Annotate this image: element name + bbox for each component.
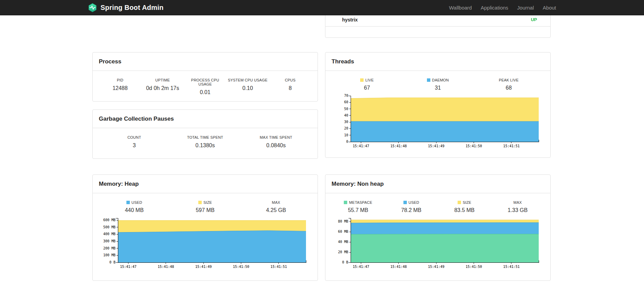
- threads-card-title: Threads: [325, 52, 550, 71]
- nav-item-about[interactable]: About: [543, 5, 556, 11]
- nav-item-wallboard[interactable]: Wallboard: [449, 5, 472, 11]
- threads-legend: LIVE 67 DAEMON 31 PEAK LIVE 68: [325, 71, 550, 91]
- memory-nonheap-card: Memory: Non heap METASPACE 55.7 MB USED …: [325, 174, 551, 281]
- metric-cpus: CPUS 8: [269, 78, 311, 95]
- svg-text:80 MB: 80 MB: [338, 219, 348, 223]
- svg-text:100 MB: 100 MB: [103, 253, 116, 257]
- metric-uptime: UPTIME 0d 0h 2m 17s: [141, 78, 184, 95]
- health-card-padding: [325, 27, 550, 37]
- process-card-title: Process: [93, 52, 318, 71]
- heap-legend: USED 440 MB SIZE 597 MB MAX 4.25 GB: [93, 193, 318, 213]
- legend-item-live: LIVE 67: [332, 78, 402, 91]
- memory-heap-card: Memory: Heap USED 440 MB SIZE 597 MB MAX…: [92, 174, 318, 281]
- svg-text:15:41:47: 15:41:47: [120, 265, 136, 269]
- svg-text:40 MB: 40 MB: [338, 240, 348, 244]
- nonheap-chart: 0 B20 MB40 MB60 MB80 MB15:41:4715:41:481…: [333, 215, 550, 272]
- svg-text:15:41:51: 15:41:51: [503, 144, 520, 148]
- legend-item-max: MAX 4.25 GB: [241, 200, 311, 213]
- svg-text:0 B: 0 B: [109, 260, 116, 264]
- svg-text:60 MB: 60 MB: [338, 230, 348, 233]
- metric-value: 0.1380s: [170, 142, 241, 149]
- navbar-inner: Spring Boot Admin Wallboard Applications…: [88, 0, 556, 15]
- metric-value: 0d 0h 2m 17s: [141, 85, 184, 91]
- svg-text:500 MB: 500 MB: [103, 225, 116, 229]
- legend-value: 4.25 GB: [241, 207, 311, 213]
- legend-value: 67: [332, 85, 402, 91]
- live-swatch-icon: [360, 78, 364, 82]
- spring-boot-admin-logo-icon: [88, 3, 97, 12]
- navbar: Spring Boot Admin Wallboard Applications…: [0, 0, 644, 15]
- svg-text:15:41:51: 15:41:51: [271, 265, 287, 269]
- legend-item-metaspace: METASPACE 55.7 MB: [332, 200, 385, 213]
- svg-text:40: 40: [344, 113, 348, 117]
- brand-title: Spring Boot Admin: [101, 4, 164, 12]
- legend-label: METASPACE: [349, 200, 372, 204]
- svg-text:15:41:50: 15:41:50: [465, 265, 482, 269]
- metric-label: COUNT: [99, 135, 170, 139]
- svg-text:15:41:50: 15:41:50: [465, 144, 482, 148]
- nav-item-journal[interactable]: Journal: [517, 5, 534, 11]
- svg-text:70: 70: [344, 94, 348, 97]
- metaspace-swatch-icon: [344, 201, 347, 204]
- svg-text:50: 50: [344, 107, 348, 111]
- legend-item-used: USED 78.2 MB: [385, 200, 438, 213]
- svg-text:15:41:47: 15:41:47: [353, 265, 369, 269]
- metric-system-cpu: SYSTEM CPU USAGE 0.10: [226, 78, 269, 95]
- nonheap-card-title: Memory: Non heap: [325, 175, 550, 193]
- metric-label: PID: [99, 78, 141, 82]
- size-swatch-icon: [458, 201, 461, 204]
- nav-links: Wallboard Applications Journal About: [440, 5, 556, 11]
- used-swatch-icon: [403, 201, 407, 204]
- legend-label: SIZE: [203, 200, 212, 204]
- legend-value: 68: [473, 85, 544, 91]
- legend-item-daemon: DAEMON 31: [402, 78, 473, 91]
- legend-item-peak-live: PEAK LIVE 68: [473, 78, 544, 91]
- gc-metrics: COUNT 3 TOTAL TIME SPENT 0.1380s MAX TIM…: [93, 128, 318, 149]
- legend-label: DAEMON: [432, 78, 449, 82]
- nonheap-legend: METASPACE 55.7 MB USED 78.2 MB SIZE 83.5…: [325, 193, 550, 213]
- legend-item-size: SIZE 83.5 MB: [438, 200, 491, 213]
- svg-text:30: 30: [344, 120, 348, 124]
- threads-chart: 01020304050607015:41:4715:41:4815:41:491…: [333, 93, 550, 151]
- process-metrics: PID 12488 UPTIME 0d 0h 2m 17s PROCESS CP…: [93, 71, 318, 95]
- health-item-name: hystrix: [342, 17, 358, 22]
- svg-text:400 MB: 400 MB: [103, 232, 116, 236]
- svg-text:15:41:49: 15:41:49: [428, 144, 444, 148]
- metric-pid: PID 12488: [99, 78, 141, 95]
- legend-label: USED: [409, 200, 419, 204]
- metric-label: SYSTEM CPU USAGE: [226, 78, 269, 82]
- svg-text:15:41:47: 15:41:47: [353, 144, 369, 148]
- legend-value: 31: [402, 85, 473, 91]
- legend-label: MAX: [513, 200, 522, 204]
- metric-value: 3: [99, 142, 170, 149]
- brand-link[interactable]: Spring Boot Admin: [88, 3, 164, 12]
- metric-value: 12488: [99, 85, 141, 91]
- legend-value: 597 MB: [170, 207, 241, 213]
- legend-value: 83.5 MB: [438, 207, 491, 213]
- svg-text:200 MB: 200 MB: [103, 246, 116, 250]
- svg-text:20 MB: 20 MB: [338, 250, 348, 254]
- legend-item-used: USED 440 MB: [99, 200, 170, 213]
- metric-gc-count: COUNT 3: [99, 135, 170, 149]
- svg-text:15:41:48: 15:41:48: [390, 144, 407, 148]
- svg-text:0 B: 0 B: [342, 260, 348, 264]
- legend-label: PEAK LIVE: [499, 78, 519, 82]
- svg-text:15:41:49: 15:41:49: [195, 265, 212, 269]
- legend-label: USED: [132, 200, 142, 204]
- metric-label: MAX TIME SPENT: [241, 135, 311, 139]
- svg-text:600 MB: 600 MB: [103, 218, 116, 222]
- metric-value: 8: [269, 85, 311, 91]
- nav-item-applications[interactable]: Applications: [481, 5, 508, 11]
- used-swatch-icon: [126, 201, 130, 204]
- metric-label: UPTIME: [141, 78, 184, 82]
- daemon-swatch-icon: [427, 78, 430, 82]
- svg-text:300 MB: 300 MB: [103, 239, 116, 243]
- svg-text:60: 60: [344, 100, 348, 104]
- legend-value: 78.2 MB: [385, 207, 438, 213]
- metric-gc-total-time: TOTAL TIME SPENT 0.1380s: [170, 135, 241, 149]
- gc-card-title: Garbage Collection Pauses: [93, 110, 318, 128]
- svg-text:10: 10: [344, 133, 348, 137]
- svg-text:15:41:50: 15:41:50: [233, 265, 249, 269]
- metric-label: TOTAL TIME SPENT: [170, 135, 241, 139]
- metric-label: PROCESS CPU USAGE: [184, 78, 227, 86]
